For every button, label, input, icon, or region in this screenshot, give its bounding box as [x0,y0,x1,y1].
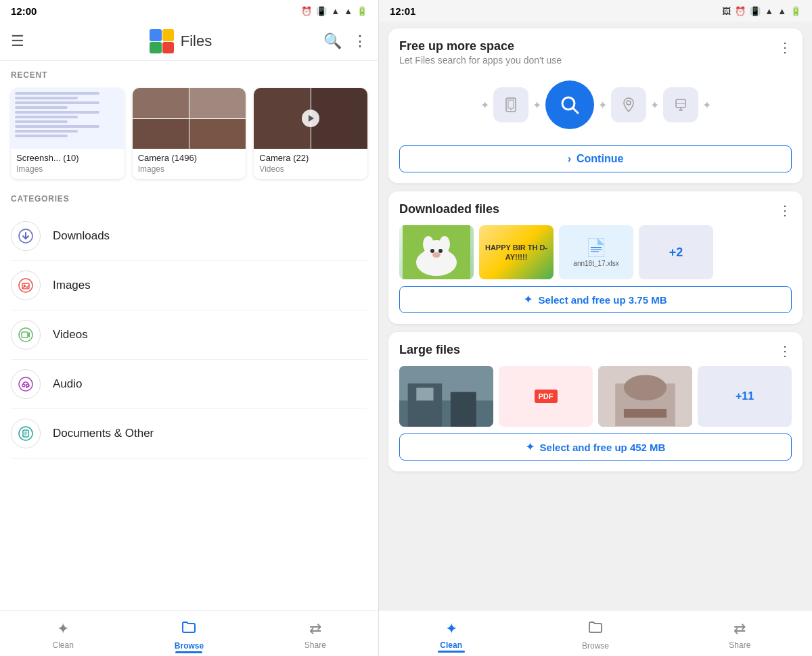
categories-section: CATEGORIES Downloads Images [0,185,378,610]
video-cell [311,88,367,149]
vibrate-icon: 📳 [316,6,327,16]
camera-info: Camera (1496) Images [133,149,246,179]
nav-indicator [175,651,202,653]
app-logo: Files [38,29,323,53]
nav-share[interactable]: ⇄ Share [252,620,378,650]
screenshot-name: Screensh... (10) [16,153,119,163]
sparkle-btn-icon: ✦ [524,294,533,306]
category-videos[interactable]: Videos [11,310,367,360]
downloaded-title: Downloaded files [399,202,499,216]
left-status-icons: ⏰ 📳 ▲ ▲ 🔋 [301,6,367,16]
images-label: Images [53,279,91,292]
right-share-icon: ⇄ [734,620,746,638]
category-downloads[interactable]: Downloads [11,212,367,261]
dog-photo-thumb[interactable] [399,225,474,279]
continue-button[interactable]: › Continue [399,145,792,172]
svg-rect-45 [416,388,433,400]
signal-icon: ▲ [344,6,353,16]
hamburger-menu[interactable]: ☰ [11,32,24,50]
chevron-right-icon: › [568,153,571,165]
svg-rect-19 [508,100,514,108]
birthday-card-preview: HAPPY BIR TH D-AY!!!!! [479,225,554,279]
transit-icon [673,97,689,113]
category-audio[interactable]: Audio [11,360,367,409]
phone-icon [503,97,519,113]
documents-icon-wrap [11,419,41,448]
categories-label: CATEGORIES [11,194,367,204]
select-free-large-button[interactable]: ✦ Select and free up 452 MB [399,434,792,461]
sparkle-large-icon: ✦ [526,441,535,453]
left-status-bar: 12:00 ⏰ 📳 ▲ ▲ 🔋 [0,0,378,22]
svg-point-5 [19,279,32,292]
right-wifi-icon: ▲ [765,6,773,16]
search-icon[interactable]: 🔍 [323,32,342,50]
nav-browse[interactable]: Browse [126,619,252,651]
downloaded-more-icon[interactable]: ⋮ [778,202,792,218]
svg-point-34 [438,249,443,253]
location-icon [621,97,637,113]
right-bottom-nav: ✦ Clean Browse ⇄ Share [379,610,812,656]
videos-name: Camera (22) [259,153,362,163]
svg-point-33 [430,249,434,253]
photo-cell [189,119,246,149]
recent-card-camera-videos[interactable]: Camera (22) Videos [254,88,367,179]
cooking-svg [598,366,692,427]
search-circle-icon [545,80,594,129]
wifi-icon: ▲ [331,6,340,16]
birthday-card-thumb[interactable]: HAPPY BIR TH D-AY!!!!! [479,225,554,279]
more-options-icon[interactable]: ⋮ [353,32,367,50]
video-icon [18,327,34,343]
lf-room-thumb[interactable] [399,366,493,427]
right-share-label: Share [729,640,750,650]
xlsx-thumb-wrap[interactable]: ann18t_17.xlsx [559,225,633,279]
xlsx-preview: ann18t_17.xlsx [559,225,633,279]
images-icon [18,277,34,294]
category-documents[interactable]: Documents & Other [11,409,367,459]
large-search-icon [558,93,582,117]
free-space-text: Free up more space Let Files search for … [399,39,562,66]
screenshot-thumb [11,88,125,149]
select-free-downloaded-button[interactable]: ✦ Select and free up 3.75 MB [399,286,792,313]
left-panel: 12:00 ⏰ 📳 ▲ ▲ 🔋 ☰ Files 🔍 ⋮ RECENT [0,0,379,656]
lf-cooking-thumb[interactable] [598,366,692,427]
videos-info: Camera (22) Videos [254,149,367,179]
share-icon: ⇄ [309,620,321,638]
videos-type: Videos [259,164,362,174]
browse-icon [181,619,196,638]
large-files-grid: PDF +11 [399,366,792,427]
free-space-more-icon[interactable]: ⋮ [778,39,792,55]
lf-more-thumb[interactable]: +11 [698,366,792,427]
svg-rect-1 [162,29,174,41]
free-space-header: Free up more space Let Files search for … [399,39,792,66]
right-time: 12:01 [390,5,415,17]
right-status-icons: 🖼 ⏰ 📳 ▲ ▲ 🔋 [722,6,801,16]
recent-label: RECENT [11,70,367,80]
location-icon-wrap [611,87,646,122]
plus-more-thumb[interactable]: +2 [639,225,713,279]
right-nav-browse[interactable]: Browse [523,619,667,651]
cooking-photo [598,366,692,427]
svg-point-10 [19,377,32,391]
right-nav-clean[interactable]: ✦ Clean [379,620,523,650]
recent-card-screenshots[interactable]: Screensh... (10) Images [11,88,125,179]
svg-rect-44 [451,392,476,427]
category-images[interactable]: Images [11,261,367,310]
free-space-subtitle: Let Files search for apps you don't use [399,55,562,66]
nav-clean[interactable]: ✦ Clean [0,620,126,650]
photo-grid [133,88,246,149]
files-logo-icon [150,29,174,53]
sparkle-4-icon: ✦ [650,99,659,112]
right-panel: 12:01 🖼 ⏰ 📳 ▲ ▲ 🔋 Free up more space Let… [379,0,812,656]
lf-more-preview: +11 [698,366,792,427]
recent-section: RECENT [0,61,378,185]
right-browse-label: Browse [582,641,609,651]
birthday-text: HAPPY BIR TH D-AY!!!!! [482,243,551,262]
right-nav-share[interactable]: ⇄ Share [668,620,812,650]
transit-icon-wrap [663,87,698,122]
lf-more-count: +11 [736,390,754,402]
large-files-more-icon[interactable]: ⋮ [778,343,792,359]
lf-pdf-thumb[interactable]: PDF [499,366,593,427]
recent-card-camera-images[interactable]: Camera (1496) Images [133,88,246,179]
battery-icon: 🔋 [357,6,367,16]
downloaded-header: Downloaded files ⋮ [399,202,792,218]
